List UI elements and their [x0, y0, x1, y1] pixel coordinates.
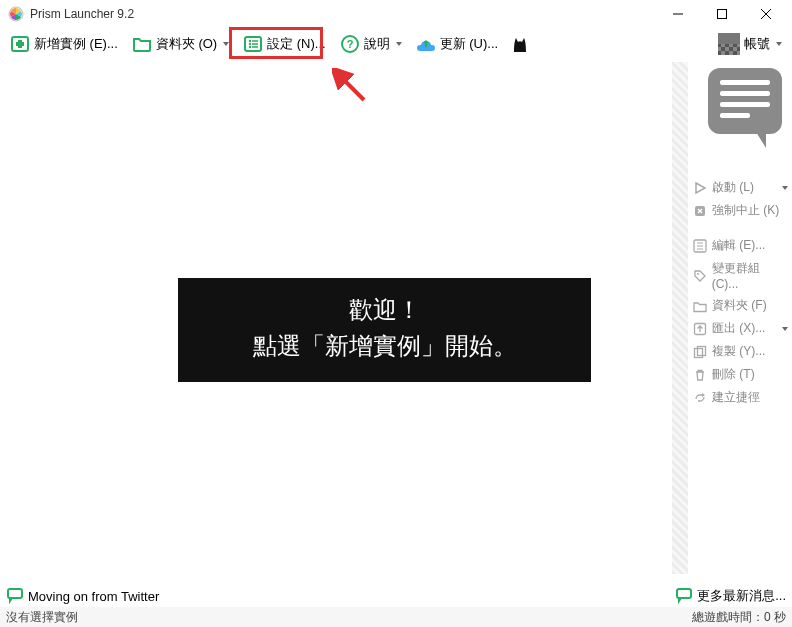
launch-button[interactable]: 啟動 (L): [692, 178, 788, 197]
instance-list-scrollbar[interactable]: [672, 62, 688, 574]
total-playtime-label: 總遊戲時間：: [692, 609, 764, 626]
folders-button[interactable]: 資料夾 (O): [126, 30, 235, 58]
edit-button[interactable]: 編輯 (E)...: [692, 236, 788, 255]
folder-icon: [132, 34, 152, 54]
change-group-button[interactable]: 變更群組 (C)...: [692, 259, 788, 292]
copy-icon: [692, 344, 708, 360]
status-no-selection: 沒有選擇實例: [6, 609, 78, 626]
update-label: 更新 (U)...: [440, 35, 499, 53]
create-shortcut-label: 建立捷徑: [712, 389, 760, 406]
export-label: 匯出 (X)...: [712, 320, 765, 337]
titlebar: Prism Launcher 9.2: [0, 0, 792, 28]
help-button[interactable]: ? 說明: [334, 30, 408, 58]
news-bar: Moving on from Twitter 更多最新消息...: [0, 585, 792, 607]
instance-actions-panel: 啟動 (L) 強制中止 (K) 編輯 (E)... 變更群組 (C)... 資料…: [692, 178, 788, 407]
svg-text:?: ?: [346, 38, 353, 50]
play-icon: [692, 180, 708, 196]
tag-icon: [692, 268, 708, 284]
folder-icon: [692, 298, 708, 314]
list-icon: [692, 238, 708, 254]
svg-line-17: [338, 74, 364, 100]
edit-label: 編輯 (E)...: [712, 237, 765, 254]
news-preview-bubble[interactable]: [708, 68, 782, 134]
status-bar: 沒有選擇實例 總遊戲時間： 0 秒: [0, 607, 792, 627]
folders-label: 資料夾 (O): [156, 35, 217, 53]
delete-label: 刪除 (T): [712, 366, 755, 383]
stop-icon: [692, 203, 708, 219]
minimize-button[interactable]: [656, 0, 700, 28]
more-news-button[interactable]: 更多最新消息...: [675, 586, 786, 607]
delete-button[interactable]: 刪除 (T): [692, 365, 788, 384]
placeholder-line: [720, 102, 770, 107]
chevron-down-icon: [782, 186, 788, 190]
chat-icon: [6, 586, 24, 607]
accounts-button[interactable]: 帳號: [712, 30, 788, 58]
window-title: Prism Launcher 9.2: [30, 7, 656, 21]
welcome-line1: 歡迎！: [188, 292, 581, 328]
svg-point-11: [249, 43, 251, 45]
update-icon: [416, 34, 436, 54]
prism-icon: [8, 6, 24, 22]
svg-rect-7: [16, 42, 24, 46]
copy-label: 複製 (Y)...: [712, 343, 765, 360]
chevron-down-icon: [776, 42, 782, 46]
export-icon: [692, 321, 708, 337]
chevron-down-icon: [396, 42, 402, 46]
svg-point-13: [249, 46, 251, 48]
cat-button[interactable]: [506, 30, 534, 58]
settings-icon: [243, 34, 263, 54]
svg-point-9: [249, 40, 251, 42]
add-instance-button[interactable]: 新增實例 (E)...: [4, 30, 124, 58]
placeholder-line: [720, 80, 770, 85]
more-news-label: 更多最新消息...: [697, 587, 786, 605]
maximize-button[interactable]: [700, 0, 744, 28]
instance-folder-button[interactable]: 資料夾 (F): [692, 296, 788, 315]
kill-label: 強制中止 (K): [712, 202, 779, 219]
export-button[interactable]: 匯出 (X)...: [692, 319, 788, 338]
placeholder-line: [720, 113, 750, 118]
add-instance-icon: [10, 34, 30, 54]
cat-icon: [510, 34, 530, 54]
news-headline-button[interactable]: Moving on from Twitter: [6, 586, 159, 607]
close-button[interactable]: [744, 0, 788, 28]
svg-rect-29: [8, 589, 22, 598]
trash-icon: [692, 367, 708, 383]
svg-point-25: [697, 273, 699, 275]
window-controls: [656, 0, 788, 28]
help-label: 說明: [364, 35, 390, 53]
update-button[interactable]: 更新 (U)...: [410, 30, 505, 58]
shortcut-icon: [692, 390, 708, 406]
chevron-down-icon: [782, 327, 788, 331]
accounts-label: 帳號: [744, 35, 770, 53]
copy-button[interactable]: 複製 (Y)...: [692, 342, 788, 361]
welcome-banner: 歡迎！ 點選「新增實例」開始。: [178, 278, 591, 382]
instance-folder-label: 資料夾 (F): [712, 297, 767, 314]
svg-rect-2: [718, 10, 727, 19]
create-shortcut-button[interactable]: 建立捷徑: [692, 388, 788, 407]
placeholder-line: [720, 91, 770, 96]
add-instance-label: 新增實例 (E)...: [34, 35, 118, 53]
svg-rect-30: [677, 589, 691, 598]
annotation-arrow: [332, 68, 372, 108]
launch-label: 啟動 (L): [712, 179, 754, 196]
kill-button[interactable]: 強制中止 (K): [692, 201, 788, 220]
avatar: [718, 33, 740, 55]
total-playtime-value: 0 秒: [764, 609, 786, 626]
welcome-line2: 點選「新增實例」開始。: [188, 328, 581, 364]
help-icon: ?: [340, 34, 360, 54]
settings-label: 設定 (N)...: [267, 35, 326, 53]
toolbar: 新增實例 (E)... 資料夾 (O) 設定 (N)... ?: [0, 28, 792, 60]
change-group-label: 變更群組 (C)...: [712, 260, 788, 291]
chat-icon: [675, 586, 693, 607]
settings-button[interactable]: 設定 (N)...: [237, 30, 332, 58]
news-headline: Moving on from Twitter: [28, 589, 159, 604]
chevron-down-icon: [223, 42, 229, 46]
